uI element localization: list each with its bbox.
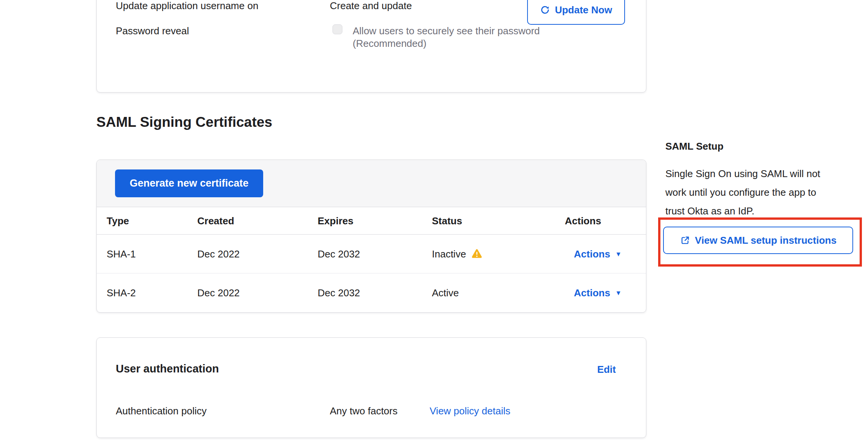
certificates-table-header: Type Created Expires Status Actions xyxy=(97,207,646,235)
password-reveal-option-label: Allow users to securely see their passwo… xyxy=(353,25,540,37)
view-saml-setup-label: View SAML setup instructions xyxy=(695,235,837,246)
update-now-button[interactable]: Update Now xyxy=(527,0,625,25)
user-authentication-card: User authentication Edit Authentication … xyxy=(96,337,646,438)
password-reveal-checkbox[interactable] xyxy=(332,24,342,34)
column-header-created: Created xyxy=(197,215,234,227)
caret-down-icon: ▼ xyxy=(615,251,622,257)
update-now-label: Update Now xyxy=(555,4,612,16)
view-saml-setup-button[interactable]: View SAML setup instructions xyxy=(663,227,853,254)
description-line: trust Okta as an IdP. xyxy=(665,202,820,220)
edit-link[interactable]: Edit xyxy=(597,363,616,375)
authentication-policy-value: Any two factors xyxy=(330,405,398,417)
generate-certificate-button[interactable]: Generate new certificate xyxy=(115,169,263,197)
column-header-status: Status xyxy=(432,215,462,227)
page: Update application username on Create an… xyxy=(0,0,868,441)
cert-type: SHA-2 xyxy=(107,287,136,299)
table-row: SHA-1 Dec 2022 Dec 2032 Inactive Actions… xyxy=(97,235,646,273)
description-line: work until you configure the app to xyxy=(665,183,820,202)
certificates-toolbar: Generate new certificate xyxy=(97,160,646,207)
column-header-expires: Expires xyxy=(318,215,353,227)
certificates-card: Generate new certificate Type Created Ex… xyxy=(96,160,646,313)
description-line: Single Sign On using SAML will not xyxy=(665,165,820,183)
password-reveal-label: Password reveal xyxy=(116,25,189,37)
username-update-value: Create and update xyxy=(330,0,412,12)
cert-status: Inactive xyxy=(432,248,482,260)
view-policy-details-link[interactable]: View policy details xyxy=(430,405,510,417)
authentication-policy-label: Authentication policy xyxy=(116,405,206,417)
status-text: Inactive xyxy=(432,248,466,260)
saml-setup-title: SAML Setup xyxy=(665,141,724,152)
row-actions-dropdown[interactable]: Actions ▼ xyxy=(574,287,622,299)
password-reveal-option-note: (Recommended) xyxy=(353,37,427,50)
column-header-type: Type xyxy=(107,215,129,227)
username-update-label: Update application username on xyxy=(116,0,258,12)
caret-down-icon: ▼ xyxy=(615,290,622,296)
refresh-icon xyxy=(540,5,550,15)
saml-certificates-title: SAML Signing Certificates xyxy=(96,113,272,132)
external-link-icon xyxy=(680,235,690,246)
cert-expires: Dec 2032 xyxy=(318,248,360,260)
saml-setup-description: Single Sign On using SAML will not work … xyxy=(665,165,820,220)
cert-type: SHA-1 xyxy=(107,248,136,260)
row-actions-dropdown[interactable]: Actions ▼ xyxy=(574,248,622,260)
warning-icon xyxy=(472,249,482,259)
cert-created: Dec 2022 xyxy=(197,248,240,260)
actions-label: Actions xyxy=(574,287,610,299)
user-authentication-title: User authentication xyxy=(116,362,219,375)
table-row: SHA-2 Dec 2022 Dec 2032 Active Actions ▼ xyxy=(97,273,646,312)
cert-created: Dec 2022 xyxy=(197,287,240,299)
actions-label: Actions xyxy=(574,248,610,260)
cert-expires: Dec 2032 xyxy=(318,287,360,299)
cert-status: Active xyxy=(432,287,459,299)
sign-on-settings-card: Update application username on Create an… xyxy=(96,0,646,93)
column-header-actions: Actions xyxy=(565,215,601,227)
